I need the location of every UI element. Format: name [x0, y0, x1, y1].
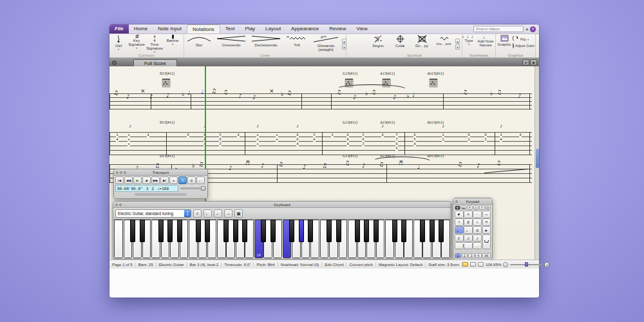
white-key[interactable] [114, 220, 123, 258]
black-key[interactable] [299, 220, 304, 242]
ribbon-item-inv-ent[interactable]: Inv…ent [433, 35, 455, 53]
pointer-key[interactable]: ► [455, 211, 464, 218]
keypad-layout-tab-3[interactable]: ≡ [467, 205, 473, 210]
ribbon-item-add-note-names[interactable]: ♩Add Note Names [475, 35, 496, 53]
ribbon-tab-text[interactable]: Text [220, 24, 240, 33]
piano-keyboard[interactable]: C4 [114, 220, 450, 258]
black-key[interactable] [140, 220, 145, 242]
thirtysecond-note-key[interactable]: ♬ [455, 234, 464, 242]
stop-button[interactable]: ■ [142, 176, 151, 184]
black-key[interactable] [289, 220, 294, 242]
augmentation-dot-key[interactable]: . [473, 242, 482, 250]
live-playback-button[interactable]: ϟ [178, 176, 187, 184]
skip-to-start-button[interactable]: |◀ [115, 176, 124, 184]
tempo-slider-thumb[interactable] [201, 186, 205, 191]
status-segment[interactable]: Magnetic Layout: Default [376, 262, 426, 267]
quarter-note-key[interactable]: ♩ [455, 226, 464, 234]
keypad-layout-tab-5[interactable]: × [479, 205, 485, 210]
black-key[interactable] [439, 220, 444, 242]
ribbon-item-flip[interactable]: Flip▾ [513, 36, 535, 43]
collapse-ribbon-icon[interactable]: ▴ [526, 26, 528, 32]
black-key[interactable] [242, 220, 247, 242]
status-segment[interactable]: Edit Chord [322, 262, 346, 267]
black-key[interactable] [233, 220, 238, 242]
black-key[interactable] [374, 220, 379, 242]
ribbon-item-barline[interactable]: Barline▾ [164, 35, 182, 53]
keypad-layout-tab-6[interactable]: ≫ [486, 205, 491, 210]
ribbon-item-segno[interactable]: SSegno [367, 35, 389, 53]
find-in-ribbon-input[interactable] [473, 26, 524, 32]
voice-button-3[interactable]: 3 [468, 253, 475, 258]
black-key[interactable] [308, 220, 313, 242]
ribbon-tab-appearance[interactable]: Appearance [286, 24, 324, 33]
black-key[interactable] [336, 220, 341, 242]
ribbon-item-key-signature[interactable]: ♯♯Key Signature▾ [128, 35, 146, 53]
black-key[interactable] [430, 220, 435, 242]
instrument-stepper[interactable]: ▲▼ [184, 210, 191, 217]
sharp-key[interactable]: ♯ [464, 218, 473, 226]
status-segment[interactable]: Concert pitch [346, 262, 375, 267]
play-button[interactable]: ▶ [133, 176, 142, 184]
staccato-key[interactable]: · [473, 211, 482, 218]
ribbon-tab-note-input[interactable]: Note Input [153, 24, 187, 33]
octave-up-button[interactable]: → [224, 209, 232, 218]
ribbon-item-slur[interactable]: Slur [184, 35, 214, 53]
keypad-layout-tab-2[interactable]: ▬ [461, 205, 467, 210]
view-mode-icon[interactable] [478, 262, 484, 267]
keypad-layout-tab-1[interactable]: ● [455, 205, 460, 210]
ribbon-item-clef[interactable]: Clef▾ [109, 35, 128, 53]
black-key[interactable] [420, 220, 425, 242]
follow-playback-button[interactable]: ▣ [234, 209, 243, 218]
scroll-down-button[interactable]: ▼ [342, 44, 346, 50]
status-segment[interactable]: Notehead: Normal (0) [278, 262, 323, 267]
ribbon-tab-layout[interactable]: Layout [260, 24, 286, 33]
qwerty-input-toggle[interactable]: ⌗ [193, 209, 202, 218]
ribbon-item-adjust-color[interactable]: Adjust Color [513, 44, 535, 48]
new-tab-button[interactable]: + [522, 59, 529, 66]
ribbon-tab-file[interactable]: File [109, 24, 129, 33]
cue-key[interactable]: ▸ [482, 226, 491, 234]
black-key[interactable] [261, 220, 266, 242]
black-key[interactable] [223, 220, 229, 242]
zoom-slider-thumb[interactable] [525, 262, 528, 267]
tab-menu-button[interactable]: ▾ [530, 59, 537, 66]
view-mode-icon[interactable] [462, 262, 468, 267]
skip-to-end-button[interactable]: ▶| [160, 176, 169, 184]
voice-button-2[interactable]: 2 [462, 253, 468, 258]
keypad-layout-tab-4[interactable]: ∧ [473, 205, 479, 210]
status-segment[interactable]: Page 1 of 5 [109, 262, 136, 267]
rewind-button[interactable]: ◀◀ [124, 176, 133, 184]
panel-window-buttons[interactable] [116, 171, 126, 174]
black-key[interactable] [355, 220, 360, 242]
black-key[interactable] [177, 220, 182, 242]
ribbon-tab-notations[interactable]: Notations [187, 24, 220, 33]
flat-key[interactable]: ♭ [473, 218, 482, 226]
half-note-key[interactable]: ♩ [464, 226, 473, 234]
tempo-slider[interactable] [180, 187, 206, 189]
black-key[interactable] [205, 220, 210, 242]
voice-button-4[interactable]: 4 [475, 253, 482, 258]
whole-note-key[interactable]: o [473, 226, 482, 234]
scrollbar-thumb[interactable] [536, 149, 539, 168]
black-key[interactable] [196, 220, 201, 242]
step-back-key[interactable]: « [482, 218, 491, 226]
ribbon-item-time-signature[interactable]: 44Time Signature▾ [146, 35, 164, 53]
octave-down-button[interactable]: ← [214, 209, 222, 218]
status-segment[interactable]: Staff size: 3.5mm [426, 262, 462, 267]
note-input-toggle[interactable]: ♩ [204, 209, 212, 218]
ribbon-item-glissando-straight-[interactable]: gliss.Glissando (straight) [310, 35, 341, 53]
ribbon-item-graphic[interactable]: Graphic [496, 35, 513, 53]
document-tab-full-score[interactable]: Full Score [133, 59, 177, 66]
ribbon-tab-review[interactable]: Review [324, 24, 351, 33]
ribbon-item-type[interactable]: ♩♩♩Type▾ [462, 35, 475, 53]
status-segment[interactable]: Pitch: Bb4 [254, 262, 278, 267]
zoom-in-button[interactable]: + [544, 262, 549, 267]
natural-key[interactable]: ♮ [455, 218, 464, 226]
instrument-select[interactable]: Electric Guitar, standard tuning ▲▼ [115, 209, 191, 218]
ribbon-item-crescendo[interactable]: Crescendo [214, 35, 249, 53]
black-key[interactable] [392, 220, 397, 242]
ribbon-item-decrescendo[interactable]: Decrescendo [249, 35, 283, 53]
tie-key[interactable] [482, 234, 491, 250]
sixteenth-note-key[interactable]: ♫ [464, 234, 473, 242]
zoom-out-button[interactable]: − [503, 262, 508, 267]
